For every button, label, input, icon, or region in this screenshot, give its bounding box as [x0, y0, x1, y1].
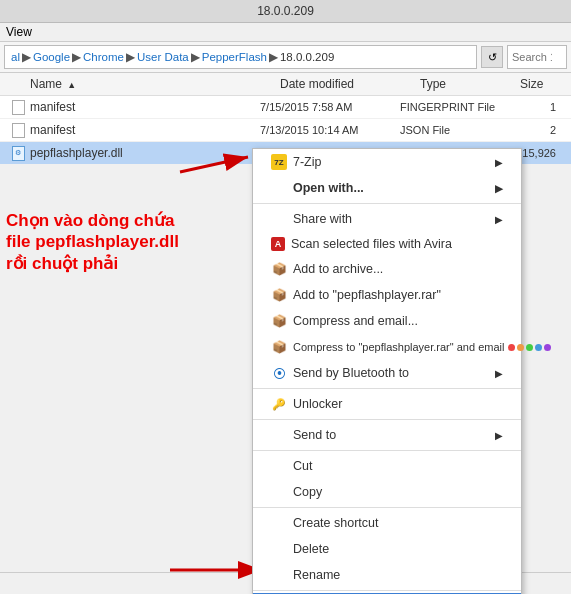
breadcrumb-al[interactable]: al	[11, 51, 20, 63]
avira-icon: A	[271, 237, 285, 251]
title-bar: 18.0.0.209	[0, 0, 571, 23]
context-menu-item-copy[interactable]: Copy	[253, 479, 521, 505]
submenu-arrow: ▶	[495, 157, 503, 168]
file-type: JSON File	[400, 124, 510, 136]
context-menu-item-compress-email[interactable]: 📦 Compress and email...	[253, 308, 521, 334]
context-menu-item-unlocker[interactable]: 🔑 Unlocker	[253, 391, 521, 417]
ctx-label: Scan selected files with Avira	[291, 237, 503, 251]
cut-icon	[271, 458, 287, 474]
submenu-arrow: ▶	[495, 368, 503, 379]
ctx-label: Copy	[293, 485, 503, 499]
context-menu-item-delete[interactable]: Delete	[253, 536, 521, 562]
breadcrumb-pepperflash[interactable]: PepperFlash	[202, 51, 267, 63]
sendto-icon	[271, 427, 287, 443]
7zip-icon: 7Z	[271, 154, 287, 170]
breadcrumb-chrome[interactable]: Chrome	[83, 51, 124, 63]
menu-bar: View	[0, 23, 571, 42]
context-menu-item-shortcut[interactable]: Create shortcut	[253, 510, 521, 536]
breadcrumb-userdata[interactable]: User Data	[137, 51, 189, 63]
sharewith-icon	[271, 211, 287, 227]
ctx-label: 7-Zip	[293, 155, 495, 169]
context-menu-item-addarchive[interactable]: 📦 Add to archive...	[253, 256, 521, 282]
context-menu-item-sendto[interactable]: Send to ▶	[253, 422, 521, 448]
dot4	[535, 344, 542, 351]
dot3	[526, 344, 533, 351]
submenu-arrow: ▶	[495, 430, 503, 441]
bluetooth-icon: ⦿	[271, 365, 287, 381]
file-icon: ⚙	[10, 145, 26, 161]
file-list-header: Name ▲ Date modified Type Size	[0, 73, 571, 96]
submenu-arrow: ▶	[495, 214, 503, 225]
color-dots	[508, 344, 551, 351]
file-date: 7/15/2015 7:58 AM	[260, 101, 400, 113]
breadcrumb-version: 18.0.0.209	[280, 51, 334, 63]
ctx-label: Create shortcut	[293, 516, 503, 530]
context-menu-item-sharewith[interactable]: Share with ▶	[253, 206, 521, 232]
search-box[interactable]	[507, 45, 567, 69]
context-menu-item-avira[interactable]: A Scan selected files with Avira	[253, 232, 521, 256]
dot1	[508, 344, 515, 351]
file-size: 1	[510, 101, 560, 113]
file-icon	[10, 99, 26, 115]
rename-icon	[271, 567, 287, 583]
context-menu: 7Z 7-Zip ▶ Open with... ▶ Share with ▶ A…	[252, 148, 522, 594]
ctx-label: Add to archive...	[293, 262, 503, 276]
archive-icon: 📦	[271, 261, 287, 277]
context-menu-item-bluetooth[interactable]: ⦿ Send by Bluetooth to ▶	[253, 360, 521, 386]
archive3-icon: 📦	[271, 313, 287, 329]
address-bar: al ▶ Google ▶ Chrome ▶ User Data ▶ Peppe…	[0, 42, 571, 73]
window-title: 18.0.0.209	[257, 4, 314, 18]
copy-icon	[271, 484, 287, 500]
context-menu-item-addrar[interactable]: 📦 Add to "pepflashplayer.rar"	[253, 282, 521, 308]
doc-icon	[12, 123, 25, 138]
context-menu-item-cut[interactable]: Cut	[253, 453, 521, 479]
file-date: 7/13/2015 10:14 AM	[260, 124, 400, 136]
dot5	[544, 344, 551, 351]
breadcrumb[interactable]: al ▶ Google ▶ Chrome ▶ User Data ▶ Peppe…	[4, 45, 477, 69]
ctx-label: Compress and email...	[293, 314, 503, 328]
column-date[interactable]: Date modified	[280, 77, 420, 91]
file-name: pepflashplayer.dll	[30, 146, 260, 160]
ctx-label: Share with	[293, 212, 495, 226]
ctx-label: Add to "pepflashplayer.rar"	[293, 288, 503, 302]
ctx-label: Delete	[293, 542, 503, 556]
ctx-label: Send to	[293, 428, 495, 442]
openwith-icon	[271, 180, 287, 196]
column-type[interactable]: Type	[420, 77, 520, 91]
context-menu-item-compress-rar-email[interactable]: 📦 Compress to "pepflashplayer.rar" and e…	[253, 334, 521, 360]
unlocker-icon: 🔑	[271, 396, 287, 412]
doc-icon	[12, 100, 25, 115]
archive2-icon: 📦	[271, 287, 287, 303]
context-menu-item-rename[interactable]: Rename	[253, 562, 521, 588]
delete-icon	[271, 541, 287, 557]
dot2	[517, 344, 524, 351]
annotation-text: Chọn vào dòng chứafile pepflashplayer.dl…	[6, 210, 179, 274]
file-type: FINGERPRINT File	[400, 101, 510, 113]
search-input[interactable]	[512, 51, 552, 63]
file-name: manifest	[30, 100, 260, 114]
column-name[interactable]: Name ▲	[0, 77, 280, 91]
column-size[interactable]: Size	[520, 77, 570, 91]
table-row[interactable]: manifest 7/13/2015 10:14 AM JSON File 2	[0, 119, 571, 142]
submenu-arrow: ▶	[495, 183, 503, 194]
ctx-label: Send by Bluetooth to	[293, 366, 495, 380]
refresh-button[interactable]: ↺	[481, 46, 503, 68]
file-icon	[10, 122, 26, 138]
dll-icon: ⚙	[12, 146, 25, 161]
table-row[interactable]: manifest 7/15/2015 7:58 AM FINGERPRINT F…	[0, 96, 571, 119]
menu-item-view[interactable]: View	[6, 25, 32, 39]
breadcrumb-google[interactable]: Google	[33, 51, 70, 63]
ctx-label: Cut	[293, 459, 503, 473]
file-name: manifest	[30, 123, 260, 137]
ctx-label: Open with...	[293, 181, 495, 195]
context-menu-item-openwith[interactable]: Open with... ▶	[253, 175, 521, 201]
ctx-label: Compress to "pepflashplayer.rar" and ema…	[293, 341, 504, 353]
ctx-label: Unlocker	[293, 397, 503, 411]
file-size: 2	[510, 124, 560, 136]
shortcut-icon	[271, 515, 287, 531]
ctx-label: Rename	[293, 568, 503, 582]
context-menu-item-7zip[interactable]: 7Z 7-Zip ▶	[253, 149, 521, 175]
sort-arrow: ▲	[67, 80, 76, 90]
archive4-icon: 📦	[271, 339, 287, 355]
